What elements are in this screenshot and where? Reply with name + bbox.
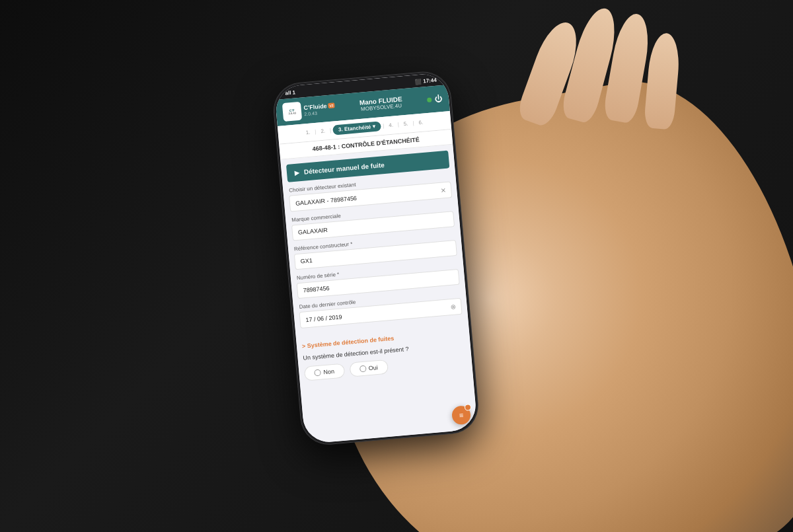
radio-non-label: Non (323, 367, 334, 375)
ref-value: GX1 (300, 257, 313, 265)
radio-oui-circle (359, 365, 366, 372)
fab-icon: ≡ (459, 411, 463, 420)
time-display: ⬛ 17:44 (414, 77, 437, 85)
tab-4[interactable]: 4. (386, 120, 397, 130)
tab-divider-4: | (397, 121, 399, 127)
tab-divider-3: | (383, 122, 385, 128)
signal-indicator: all 1 (285, 89, 295, 96)
radio-oui-label: Oui (368, 364, 378, 371)
logo-area: C'F 2.0.43 C'Fluide V2 2.0.43 (282, 98, 336, 122)
content-area[interactable]: ▶ Détecteur manuel de fuite Choisir un d… (280, 144, 478, 443)
tab-6[interactable]: 6. (416, 118, 426, 127)
header-controls: ⏻ (427, 94, 443, 104)
date-clear-icon[interactable]: ⊗ (450, 303, 456, 311)
tab-3-active[interactable]: 3. Etanchéité ▾ (332, 121, 381, 135)
content-scroll: ▶ Détecteur manuel de fuite Choisir un d… (281, 149, 476, 419)
app-logo-icon: C'F 2.0.43 (282, 101, 302, 121)
radio-oui[interactable]: Oui (349, 359, 389, 377)
tab-2[interactable]: 2. (318, 126, 328, 135)
power-icon[interactable]: ⏻ (434, 94, 443, 104)
tab-5[interactable]: 5. (400, 119, 411, 128)
tab-divider-2: | (330, 127, 332, 133)
section-arrow-icon: ▶ (295, 169, 301, 176)
radio-non-circle (314, 369, 321, 376)
logo-text-area: C'Fluide V2 2.0.43 (303, 102, 336, 116)
radio-non[interactable]: Non (304, 363, 345, 381)
scene: all 1 ⬛ 17:44 C'F 2.0.43 (0, 0, 793, 532)
phone-shell: all 1 ⬛ 17:44 C'F 2.0.43 (272, 70, 480, 446)
serial-value: 78987456 (303, 284, 330, 293)
tab-1[interactable]: 1. (303, 128, 313, 137)
connection-status-dot (427, 96, 432, 102)
header-info: Mano FLUIDE MOBYSOLVE.4U (359, 95, 402, 112)
date-value: 17 / 06 / 2019 (305, 313, 342, 323)
section-title: Détecteur manuel de fuite (304, 161, 385, 176)
form-area: Choisir un détecteur existant GALAXAIR -… (283, 172, 469, 339)
detector-value: GALAXAIR - 78987456 (295, 194, 358, 206)
battery-icon: ⬛ (414, 78, 422, 85)
phone-screen: all 1 ⬛ 17:44 C'F 2.0.43 (274, 72, 478, 444)
fab-button[interactable]: ≡ (451, 405, 471, 425)
tab-divider-5: | (412, 120, 414, 126)
app-version-badge: V2 (328, 102, 335, 108)
clear-icon[interactable]: ✕ (440, 186, 446, 194)
tab-divider-1: | (315, 128, 317, 134)
tab-chevron: ▾ (373, 123, 376, 129)
brand-value: GALAXAIR (298, 226, 328, 235)
fab-badge (465, 403, 472, 410)
